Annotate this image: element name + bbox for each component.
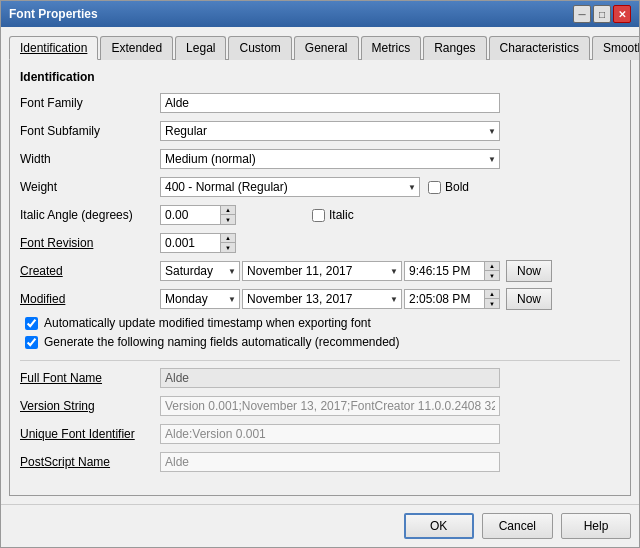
tab-characteristics[interactable]: Characteristics (489, 36, 590, 60)
tab-metrics[interactable]: Metrics (361, 36, 422, 60)
identification-panel: Identification Font Family Font Subfamil… (9, 60, 631, 496)
unique-font-id-control (160, 424, 620, 444)
weight-control: 400 - Normal (Regular) Bold (160, 177, 620, 197)
created-time-input[interactable] (404, 261, 484, 281)
weight-select[interactable]: 400 - Normal (Regular) (160, 177, 420, 197)
full-font-name-row: Full Font Name (20, 367, 620, 389)
width-label: Width (20, 152, 160, 166)
modified-time-spinner-btns: ▲ ▼ (484, 289, 500, 309)
auto-update-row: Automatically update modified timestamp … (20, 316, 620, 330)
italic-angle-input[interactable] (160, 205, 220, 225)
tab-general[interactable]: General (294, 36, 359, 60)
title-bar: Font Properties ─ □ ✕ (1, 1, 639, 27)
tab-legal[interactable]: Legal (175, 36, 226, 60)
minimize-button[interactable]: ─ (573, 5, 591, 23)
close-button[interactable]: ✕ (613, 5, 631, 23)
tab-bar: Identification Extended Legal Custom Gen… (9, 35, 631, 60)
window-title: Font Properties (9, 7, 98, 21)
modified-date-select[interactable]: November 13, 2017 (242, 289, 402, 309)
font-revision-control: ▲ ▼ (160, 233, 620, 253)
font-properties-dialog: Font Properties ─ □ ✕ Identification Ext… (0, 0, 640, 548)
modified-day-select[interactable]: Monday (160, 289, 240, 309)
bottom-bar: OK Cancel Help (1, 504, 639, 547)
modified-date-select-wrapper: November 13, 2017 (242, 289, 402, 309)
font-subfamily-select[interactable]: Regular (160, 121, 500, 141)
created-date-select[interactable]: November 11, 2017 (242, 261, 402, 281)
modified-row: Modified Monday November 13, 2017 (20, 288, 620, 310)
italic-angle-spinner-btns: ▲ ▼ (220, 205, 236, 225)
help-button[interactable]: Help (561, 513, 631, 539)
created-label: Created (20, 264, 160, 278)
created-time-spinner: ▲ ▼ (404, 261, 500, 281)
modified-time-up-btn[interactable]: ▲ (485, 290, 499, 299)
tab-extended[interactable]: Extended (100, 36, 173, 60)
italic-angle-label: Italic Angle (degrees) (20, 208, 160, 222)
version-string-input[interactable] (160, 396, 500, 416)
font-family-label: Font Family (20, 96, 160, 110)
unique-font-id-label: Unique Font Identifier (20, 427, 160, 441)
version-string-control (160, 396, 620, 416)
italic-angle-control: ▲ ▼ Italic (160, 205, 620, 225)
auto-naming-row: Generate the following naming fields aut… (20, 335, 620, 349)
font-revision-up-btn[interactable]: ▲ (221, 234, 235, 243)
width-select[interactable]: Medium (normal) (160, 149, 500, 169)
title-bar-controls: ─ □ ✕ (573, 5, 631, 23)
created-time-down-btn[interactable]: ▼ (485, 271, 499, 280)
postscript-name-input[interactable] (160, 452, 500, 472)
modified-date-wrapper: Monday November 13, 2017 ▲ (160, 288, 552, 310)
unique-font-id-row: Unique Font Identifier (20, 423, 620, 445)
created-control: Saturday November 11, 2017 ▲ (160, 260, 620, 282)
font-revision-row: Font Revision ▲ ▼ (20, 232, 620, 254)
italic-angle-down-btn[interactable]: ▼ (221, 215, 235, 224)
postscript-name-control (160, 452, 620, 472)
tab-ranges[interactable]: Ranges (423, 36, 486, 60)
version-string-label: Version String (20, 399, 160, 413)
auto-naming-checkbox[interactable] (25, 336, 38, 349)
italic-checkbox-group: Italic (312, 208, 354, 222)
auto-update-label: Automatically update modified timestamp … (44, 316, 371, 330)
modified-now-button[interactable]: Now (506, 288, 552, 310)
width-control: Medium (normal) (160, 149, 620, 169)
italic-checkbox[interactable] (312, 209, 325, 222)
weight-label: Weight (20, 180, 160, 194)
full-font-name-control (160, 368, 620, 388)
bold-label: Bold (445, 180, 469, 194)
modified-control: Monday November 13, 2017 ▲ (160, 288, 620, 310)
font-revision-spinner-btns: ▲ ▼ (220, 233, 236, 253)
modified-time-input[interactable] (404, 289, 484, 309)
modified-day-select-wrapper: Monday (160, 289, 240, 309)
maximize-button[interactable]: □ (593, 5, 611, 23)
modified-time-spinner: ▲ ▼ (404, 289, 500, 309)
created-day-select[interactable]: Saturday (160, 261, 240, 281)
postscript-name-row: PostScript Name (20, 451, 620, 473)
auto-update-checkbox[interactable] (25, 317, 38, 330)
font-revision-label: Font Revision (20, 236, 160, 250)
created-now-button[interactable]: Now (506, 260, 552, 282)
postscript-name-label: PostScript Name (20, 455, 160, 469)
italic-angle-row: Italic Angle (degrees) ▲ ▼ Italic (20, 204, 620, 226)
full-font-name-input[interactable] (160, 368, 500, 388)
tab-smoothing[interactable]: Smoothing (592, 36, 639, 60)
cancel-button[interactable]: Cancel (482, 513, 553, 539)
unique-font-id-input[interactable] (160, 424, 500, 444)
version-string-row: Version String (20, 395, 620, 417)
created-day-select-wrapper: Saturday (160, 261, 240, 281)
created-row: Created Saturday November 11, 2017 (20, 260, 620, 282)
ok-button[interactable]: OK (404, 513, 474, 539)
tab-identification[interactable]: Identification (9, 36, 98, 60)
created-date-wrapper: Saturday November 11, 2017 ▲ (160, 260, 552, 282)
auto-naming-label: Generate the following naming fields aut… (44, 335, 400, 349)
font-family-input[interactable] (160, 93, 500, 113)
full-font-name-label: Full Font Name (20, 371, 160, 385)
italic-angle-up-btn[interactable]: ▲ (221, 206, 235, 215)
font-revision-input[interactable] (160, 233, 220, 253)
separator (20, 360, 620, 361)
tab-custom[interactable]: Custom (228, 36, 291, 60)
modified-time-down-btn[interactable]: ▼ (485, 299, 499, 308)
created-time-up-btn[interactable]: ▲ (485, 262, 499, 271)
created-date-select-wrapper: November 11, 2017 (242, 261, 402, 281)
font-revision-down-btn[interactable]: ▼ (221, 243, 235, 252)
created-time-spinner-btns: ▲ ▼ (484, 261, 500, 281)
bold-checkbox[interactable] (428, 181, 441, 194)
section-label: Identification (20, 70, 620, 84)
